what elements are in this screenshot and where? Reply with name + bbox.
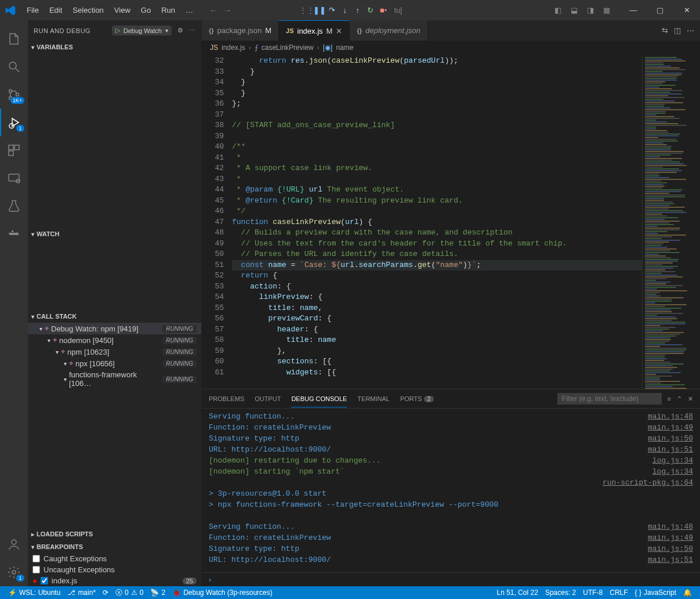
tab-ports[interactable]: PORTS 2 <box>400 391 434 407</box>
play-icon[interactable]: ▷ <box>115 27 120 34</box>
debug-config-selector[interactable]: ▷ Debug Watch ▾ <box>112 26 172 35</box>
customize-layout-icon[interactable]: ▦ <box>599 3 614 18</box>
minimap[interactable] <box>642 55 700 389</box>
window-maximize-icon[interactable]: ▢ <box>647 0 673 20</box>
console-source-link[interactable]: main.js:48 <box>648 411 693 422</box>
section-watch[interactable]: ▾ WATCH <box>28 228 201 240</box>
callstack-item[interactable]: ▾⌖Debug Watch: npm [9419]RUNNING <box>28 323 201 334</box>
console-source-link[interactable]: main.js:50 <box>648 543 693 554</box>
chevron-down-icon[interactable]: ▾ <box>165 27 168 34</box>
crumb[interactable]: index.js <box>222 44 245 52</box>
crumb[interactable]: caseLinkPreview <box>262 44 314 52</box>
section-variables[interactable]: ▾ VARIABLES <box>28 41 201 53</box>
tab-terminal[interactable]: TERMINAL <box>357 391 390 407</box>
tab-package-json[interactable]: {}package.jsonM <box>202 20 279 41</box>
debug-console-output[interactable]: Serving function...main.js:48Function: c… <box>202 409 700 572</box>
checkbox[interactable] <box>32 566 40 573</box>
layout-bottom-icon[interactable]: ⬓ <box>567 3 582 18</box>
status-sync[interactable]: ⟳ <box>99 589 112 597</box>
tab-debug-console[interactable]: DEBUG CONSOLE <box>291 391 347 407</box>
menu-file[interactable]: File <box>22 3 43 17</box>
activity-search[interactable] <box>0 53 28 81</box>
callstack-item[interactable]: ▾⌖npx [10656]RUNNING <box>28 358 201 369</box>
status-eol[interactable]: CRLF <box>606 589 631 597</box>
debug-console-input[interactable]: › <box>202 572 700 586</box>
close-icon[interactable]: ✕ <box>688 395 693 403</box>
pause-icon[interactable]: ❚❚ <box>314 5 325 16</box>
editor[interactable]: 3233343536373839404142434445464748495051… <box>202 55 700 389</box>
activity-accounts[interactable] <box>0 531 28 558</box>
section-loadedscripts[interactable]: ▸ LOADED SCRIPTS <box>28 528 201 540</box>
crumb[interactable]: name <box>336 44 353 52</box>
console-source-link[interactable]: main.js:49 <box>648 422 693 433</box>
breadcrumb[interactable]: JS index.js › ⨍ caseLinkPreview › [◉] na… <box>202 41 700 55</box>
menu-more[interactable]: … <box>181 3 198 17</box>
activity-settings[interactable]: 1 <box>0 558 28 586</box>
status-debug[interactable]: 🐞 Debug Watch (3p-resources) <box>169 589 276 597</box>
menu-run[interactable]: Run <box>157 3 180 17</box>
menu-view[interactable]: View <box>110 3 135 17</box>
drag-handle-icon[interactable]: ⋮⋮ <box>302 5 312 16</box>
layout-left-icon[interactable]: ◧ <box>550 3 565 18</box>
more-icon[interactable]: ⋯ <box>687 26 694 35</box>
callstack-item[interactable]: ▾functions-framework [106…RUNNING <box>28 369 201 389</box>
status-branch[interactable]: ⎇ main* <box>64 589 99 597</box>
compare-icon[interactable]: ⇆ <box>662 26 668 35</box>
status-ports[interactable]: 📡 2 <box>147 589 169 597</box>
console-source-link[interactable]: main.js:51 <box>648 444 693 455</box>
callstack-item[interactable]: ▾⌖npm [10623]RUNNING <box>28 346 201 358</box>
code-area[interactable]: return res.json(caseLinkPreview(parsedUr… <box>232 55 642 389</box>
status-errors[interactable]: ⓧ 0 ⚠ 0 <box>112 588 147 598</box>
menu-selection[interactable]: Selection <box>68 3 108 17</box>
activity-docker[interactable] <box>0 220 28 248</box>
console-source-link[interactable]: log.js:34 <box>652 455 693 466</box>
activity-scm[interactable]: 1K+ <box>0 81 28 109</box>
status-notifications-icon[interactable]: 🔔 <box>680 589 695 597</box>
activity-remote[interactable] <box>0 164 28 192</box>
status-remote[interactable]: ⚡ WSL: Ubuntu <box>5 589 64 597</box>
status-spaces[interactable]: Spaces: 2 <box>542 589 579 597</box>
window-close-icon[interactable]: ✕ <box>673 0 700 20</box>
chevron-up-icon[interactable]: ⌃ <box>677 395 682 403</box>
filter-input[interactable] <box>557 393 662 405</box>
console-source-link[interactable]: run-script-pkg.js:64 <box>603 477 693 488</box>
menu-go[interactable]: Go <box>136 3 155 17</box>
restart-icon[interactable]: ↻ <box>365 5 376 16</box>
breakpoint-caught[interactable]: Caught Exceptions <box>28 553 201 564</box>
tab-deployment-json[interactable]: {}deployment.json <box>350 20 427 41</box>
tab-output[interactable]: OUTPUT <box>255 391 281 407</box>
tab-index-js[interactable]: JSindex.jsM✕ <box>279 20 350 41</box>
step-out-icon[interactable]: ↑ <box>353 5 363 16</box>
console-source-link[interactable]: main.js:48 <box>648 521 693 532</box>
status-lang[interactable]: { } JavaScript <box>632 589 680 597</box>
status-encoding[interactable]: UTF-8 <box>579 589 606 597</box>
status-position[interactable]: Ln 51, Col 22 <box>494 589 542 597</box>
layout-right-icon[interactable]: ◨ <box>583 3 598 18</box>
nav-forward-icon[interactable]: → <box>224 6 231 15</box>
filter-icon[interactable]: ≡ <box>668 395 671 402</box>
stop-icon[interactable]: ■▾ <box>378 5 389 16</box>
activity-explorer[interactable] <box>0 25 28 53</box>
callstack-item[interactable]: ▾⌖nodemon [9450]RUNNING <box>28 334 201 346</box>
more-icon[interactable]: ⋯ <box>189 27 195 34</box>
close-icon[interactable]: ✕ <box>336 27 342 35</box>
breakpoint-file[interactable]: ● index.js 25 <box>28 575 201 586</box>
activity-debug[interactable]: 1 <box>0 109 28 136</box>
nav-back-icon[interactable]: ← <box>209 6 217 15</box>
section-breakpoints[interactable]: ▾ BREAKPOINTS <box>28 540 201 553</box>
section-callstack[interactable]: ▾ CALL STACK <box>28 310 201 323</box>
step-into-icon[interactable]: ↓ <box>340 5 350 16</box>
breakpoint-uncaught[interactable]: Uncaught Exceptions <box>28 564 201 575</box>
window-minimize-icon[interactable]: — <box>620 0 647 20</box>
split-icon[interactable]: ◫ <box>674 26 681 35</box>
console-source-link[interactable]: main.js:51 <box>648 554 693 565</box>
activity-testing[interactable] <box>0 192 28 220</box>
activity-extensions[interactable] <box>0 136 28 164</box>
step-over-icon[interactable]: ↷ <box>327 5 338 16</box>
gear-icon[interactable]: ⚙ <box>177 27 183 34</box>
console-source-link[interactable]: main.js:50 <box>648 433 693 444</box>
menu-edit[interactable]: Edit <box>45 3 67 17</box>
tab-problems[interactable]: PROBLEMS <box>209 391 244 407</box>
checkbox[interactable] <box>32 555 40 562</box>
console-source-link[interactable]: main.js:49 <box>648 532 693 543</box>
